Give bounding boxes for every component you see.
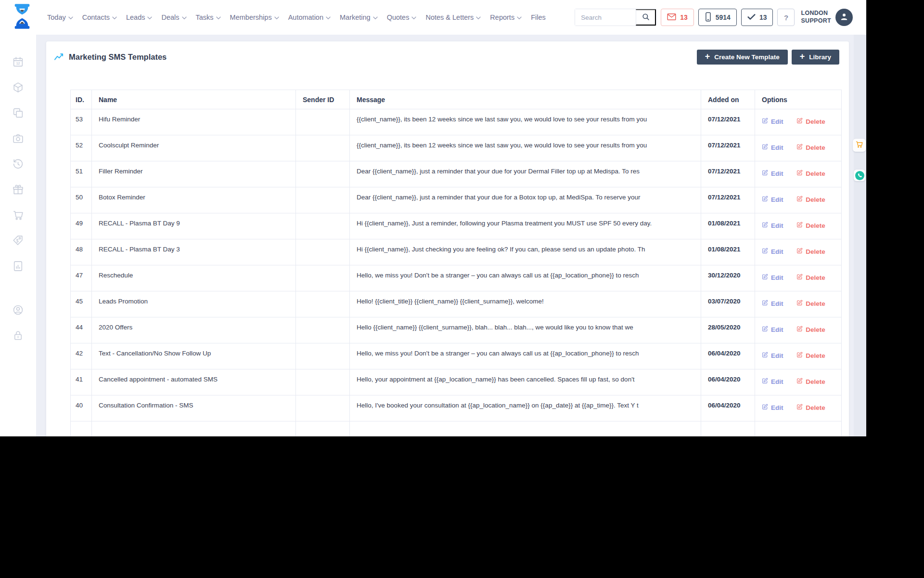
delete-button[interactable]: Delete [796, 144, 825, 151]
delete-button[interactable]: Delete [796, 326, 825, 333]
row-sender-id [296, 317, 350, 343]
navbar-right-group: 13 5914 13 ? LONDON SUPPORT [575, 9, 853, 26]
row-message: Hello, we miss you! Don't be a stranger … [350, 265, 701, 291]
row-options: Edit Delete [755, 369, 842, 395]
table-row: 51 Filler Reminder Dear {{client_name}},… [71, 161, 842, 187]
row-options: Edit Delete [755, 187, 842, 213]
delete-button[interactable]: Delete [796, 170, 825, 177]
edit-button[interactable]: Edit [762, 248, 783, 255]
edit-button[interactable]: Edit [762, 404, 783, 411]
edit-button[interactable]: Edit [762, 196, 783, 203]
nav-item-deals[interactable]: Deals [161, 13, 186, 21]
edit-pencil-icon [762, 300, 768, 307]
messages-badge[interactable]: 13 [661, 9, 694, 26]
calendar-icon[interactable]: 12 [12, 56, 24, 68]
vertical-scrollbar[interactable] [854, 35, 866, 436]
edit-button[interactable]: Edit [762, 300, 783, 307]
copy-icon[interactable] [12, 107, 24, 119]
row-message: Hello! {{client_title}} {{client_name}} … [350, 291, 701, 317]
camera-icon[interactable] [12, 132, 24, 144]
row-added-on: 06/04/2020 [701, 369, 755, 395]
edit-button[interactable]: Edit [762, 118, 783, 125]
lock-icon[interactable] [12, 329, 24, 342]
edit-button[interactable]: Edit [762, 352, 783, 359]
nav-item-memberships[interactable]: Memberships [230, 13, 279, 21]
nav-item-contacts[interactable]: Contacts [82, 13, 117, 21]
nav-item-automation[interactable]: Automation [288, 13, 331, 21]
row-name: Cancelled appointment - automated SMS [92, 369, 296, 395]
delete-button[interactable]: Delete [796, 300, 825, 307]
card-header: Marketing SMS Templates + Create New Tem… [46, 41, 849, 72]
delete-button[interactable]: Delete [796, 378, 825, 385]
row-added-on: 06/04/2020 [701, 343, 755, 369]
chevron-down-icon [216, 16, 221, 20]
row-name: Consultation Confirmation - SMS [92, 395, 296, 421]
delete-button[interactable]: Delete [796, 222, 825, 229]
user-avatar[interactable] [835, 9, 853, 26]
delete-button[interactable]: Delete [796, 248, 825, 255]
row-added-on: 01/08/2021 [701, 239, 755, 265]
row-name: Filler Reminder [92, 161, 296, 187]
row-sender-id [296, 109, 350, 135]
nav-item-quotes[interactable]: Quotes [387, 13, 417, 21]
sms-credits-badge[interactable]: 5914 [698, 9, 737, 26]
edit-button[interactable]: Edit [762, 222, 783, 229]
top-navbar: Today Contacts Leads [0, 0, 866, 35]
table-row-partial [71, 421, 842, 437]
edit-button[interactable]: Edit [762, 144, 783, 151]
create-new-template-button[interactable]: + Create New Template [697, 50, 788, 65]
edit-button[interactable]: Edit [762, 326, 783, 333]
delete-button[interactable]: Delete [796, 352, 825, 359]
row-options: Edit Delete [755, 317, 842, 343]
row-id: 52 [71, 135, 92, 161]
delete-button[interactable]: Delete [796, 196, 825, 203]
report-icon[interactable] [12, 260, 24, 272]
nav-item-today[interactable]: Today [47, 13, 73, 21]
main-nav-menu: Today Contacts Leads [47, 13, 546, 21]
edit-button[interactable]: Edit [762, 170, 783, 177]
row-options: Edit Delete [755, 213, 842, 239]
tasks-badge[interactable]: 13 [741, 9, 773, 26]
hourglass-logo-icon [12, 2, 33, 32]
whatsapp-widget-button[interactable] [854, 170, 865, 181]
delete-button[interactable]: Delete [796, 118, 825, 125]
nav-item-leads[interactable]: Leads [126, 13, 153, 21]
price-tag-icon[interactable] [12, 235, 24, 247]
delete-pencil-icon [796, 352, 803, 359]
plus-icon: + [800, 52, 805, 62]
edit-button[interactable]: Edit [762, 378, 783, 385]
edit-pencil-icon [762, 196, 768, 203]
search-input[interactable] [575, 9, 636, 26]
cart-widget-button[interactable] [853, 139, 866, 152]
history-icon[interactable] [12, 158, 24, 170]
chevron-down-icon [411, 16, 416, 20]
nav-item-reports[interactable]: Reports [490, 13, 522, 21]
edit-pencil-icon [762, 326, 768, 333]
nav-item-notes-letters[interactable]: Notes & Letters [425, 13, 481, 21]
column-header-options: Options [755, 90, 842, 109]
help-button[interactable]: ? [777, 9, 795, 26]
library-button[interactable]: + Library [792, 50, 839, 65]
edit-pencil-icon [762, 144, 768, 151]
row-options: Edit Delete [755, 161, 842, 187]
chevron-down-icon [182, 16, 187, 20]
row-sender-id [296, 265, 350, 291]
package-icon[interactable] [12, 81, 24, 93]
cart-icon[interactable] [12, 209, 24, 221]
row-name: Botox Reminder [92, 187, 296, 213]
nav-item-tasks[interactable]: Tasks [196, 13, 221, 21]
gift-icon[interactable] [12, 184, 24, 196]
edit-button[interactable]: Edit [762, 274, 783, 281]
delete-button[interactable]: Delete [796, 404, 825, 411]
table-row: 50 Botox Reminder Dear {{client_name}}, … [71, 187, 842, 213]
delete-button[interactable]: Delete [796, 274, 825, 281]
account-icon[interactable] [12, 304, 24, 316]
column-header-name: Name [92, 90, 296, 109]
nav-item-marketing[interactable]: Marketing [340, 13, 378, 21]
row-name: Leads Promotion [92, 291, 296, 317]
nav-item-files[interactable]: Files [531, 13, 546, 21]
app-logo[interactable] [12, 2, 33, 32]
search-button[interactable] [636, 9, 656, 26]
row-added-on: 01/08/2021 [701, 213, 755, 239]
header-buttons: + Create New Template + Library [697, 50, 839, 65]
